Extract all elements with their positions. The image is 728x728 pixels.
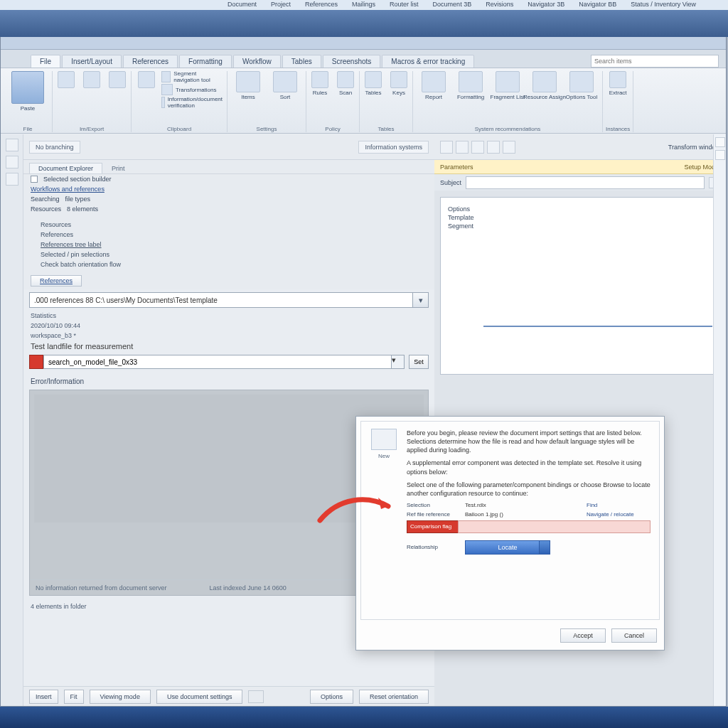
items-button[interactable]: Items [232, 71, 264, 100]
tool-icon[interactable] [503, 141, 515, 154]
menu-item[interactable]: References [305, 1, 338, 10]
menu-item[interactable]: Navigator BB [579, 1, 616, 10]
scroll-up-icon[interactable] [715, 137, 725, 147]
scroll-handle[interactable] [715, 150, 725, 160]
accept-button[interactable]: Accept [560, 628, 606, 643]
menu-item[interactable]: Router list [390, 1, 419, 10]
gutter-icon[interactable] [6, 139, 18, 151]
frag-button[interactable]: Fragment List [491, 71, 524, 100]
menu-item[interactable]: Project [271, 1, 291, 10]
viewmode-button[interactable]: Viewing mode [90, 690, 151, 704]
tree-item[interactable]: Check batch orientation flow [31, 259, 427, 269]
tab-tables[interactable]: Tables [282, 55, 321, 68]
small-action[interactable]: Transformations [161, 84, 223, 95]
reset-button[interactable]: Reset orientation [359, 690, 429, 704]
navigate-link[interactable]: Navigate / relocate [587, 511, 651, 518]
paste-button[interactable]: Paste [8, 71, 48, 112]
group-label: Policy [325, 124, 340, 132]
tree-item[interactable]: Selected / pin selections [31, 250, 427, 259]
tab-workflow[interactable]: Workflow [233, 55, 281, 68]
menu-item[interactable]: Navigator 3B [528, 1, 564, 10]
tab-screenshots[interactable]: Screenshots [323, 55, 381, 68]
scan-button[interactable]: Scan [335, 71, 356, 96]
small-action[interactable]: Segment navigation tool [161, 71, 223, 82]
references-button[interactable]: References [31, 275, 82, 287]
explorer-panel: Document Explorer Print Selected section… [23, 160, 434, 289]
menu-item[interactable]: Document 3B [433, 1, 472, 10]
keys-button[interactable]: Keys [388, 71, 410, 96]
tool-icon[interactable] [440, 141, 453, 154]
info-systems-pill[interactable]: Information systems [358, 141, 429, 154]
tool-icon[interactable] [487, 141, 500, 154]
ribbon-tabstrip: File Insert/Layout References Formatting… [1, 50, 726, 68]
report-button[interactable]: Report [417, 71, 450, 100]
status-text: Last indexed June 14 0600 [210, 584, 287, 592]
error-search-input[interactable] [43, 355, 392, 369]
ribbon: Paste File Im/Export Segment navigation … [1, 68, 726, 134]
extract-button[interactable]: Extract [607, 71, 628, 96]
resource-button[interactable]: Resource Assign [528, 71, 561, 100]
path-field: ▾ [29, 292, 429, 308]
export-button[interactable] [81, 71, 102, 88]
tab-references[interactable]: References [123, 55, 178, 68]
tab-insert[interactable]: Insert/Layout [62, 55, 122, 68]
gutter-icon[interactable] [6, 156, 18, 168]
explorer-tab[interactable]: Document Explorer [29, 163, 102, 173]
tables-button[interactable]: Tables [363, 71, 384, 96]
find-link[interactable]: Find [587, 502, 651, 508]
table-icon-button[interactable] [136, 71, 157, 88]
checkbox[interactable] [31, 176, 38, 183]
menu-item[interactable]: Revisions [486, 1, 513, 10]
tree-item[interactable]: References tree label [31, 240, 427, 250]
import-button[interactable] [55, 71, 77, 88]
fmt-button[interactable]: Formatting [454, 71, 487, 100]
group-label: Clipboard [167, 124, 191, 132]
vertical-scrollbar[interactable] [713, 134, 726, 706]
chevron-down-icon[interactable]: ▾ [392, 355, 405, 369]
tree-item[interactable]: Resources [31, 220, 427, 230]
options-button[interactable]: Options [310, 690, 353, 704]
gear-icon [569, 71, 594, 92]
error-search-row: ▾ Set [29, 355, 429, 369]
clip-button[interactable] [107, 71, 128, 88]
small-action[interactable]: Information/document verification [161, 97, 223, 108]
insert-button[interactable]: Insert [29, 690, 58, 704]
gutter-icon[interactable] [6, 173, 18, 186]
sort-button[interactable]: Sort [269, 71, 301, 100]
use-doc-settings-button[interactable]: Use document settings [156, 690, 243, 704]
locate-button[interactable]: Locate [465, 540, 550, 555]
doc-toolbar: Transform window [434, 134, 726, 160]
check-label: Selected section builder [43, 176, 112, 183]
menu-item[interactable]: Mailings [352, 1, 375, 10]
tool-icon[interactable] [471, 141, 484, 154]
horizontal-rule [483, 326, 712, 327]
ribbon-search-input[interactable] [591, 55, 719, 68]
tab-formatting[interactable]: Formatting [179, 55, 232, 68]
explorer-tab-2[interactable]: Print [112, 165, 125, 172]
rules-button[interactable]: Rules [309, 71, 331, 96]
stat-label: Statistics [23, 311, 434, 321]
group-label: Im/Export [80, 124, 104, 132]
cancel-button[interactable]: Cancel [611, 628, 657, 643]
tree-item[interactable]: References [31, 230, 427, 240]
format-icon [459, 71, 483, 92]
menu-item[interactable]: Status / Inventory View [631, 1, 696, 10]
group-label: Tables [378, 124, 394, 132]
fit-button[interactable]: Fit [64, 690, 84, 704]
tool-icon[interactable] [456, 141, 469, 154]
chevron-down-icon[interactable]: ▾ [413, 292, 429, 308]
subject-row: Subject [434, 174, 726, 191]
doc-tab[interactable]: Parameters [440, 164, 473, 171]
workflow-link[interactable]: Workflows and references [31, 186, 105, 193]
field-label: Resources [31, 205, 61, 213]
tab-file[interactable]: File [31, 55, 60, 68]
options-button[interactable]: Options Tool [565, 71, 598, 100]
pager-icon[interactable] [248, 690, 264, 703]
page-text: Segment [448, 222, 712, 230]
page[interactable]: Options Template Segment [440, 197, 720, 375]
menu-item[interactable]: Document [228, 1, 257, 10]
path-input[interactable] [29, 292, 413, 308]
set-button[interactable]: Set [409, 355, 429, 369]
subject-input[interactable] [466, 176, 705, 189]
tab-macros[interactable]: Macros & error tracking [382, 55, 474, 68]
